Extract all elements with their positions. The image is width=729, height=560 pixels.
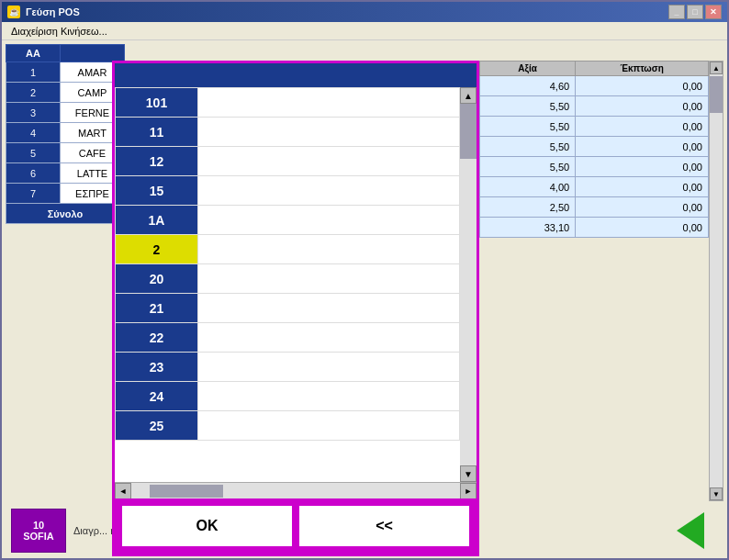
dialog-item-number[interactable]: 15 bbox=[116, 176, 198, 206]
dialog-item-number[interactable]: 21 bbox=[116, 294, 198, 323]
left-row-aa: 4 bbox=[6, 123, 61, 143]
dialog-item-content bbox=[198, 88, 460, 118]
right-row-ekptosi: 0,00 bbox=[576, 157, 709, 177]
dialog-header bbox=[115, 63, 477, 87]
dialog-item-number[interactable]: 20 bbox=[116, 264, 198, 294]
dialog-list-item[interactable]: 11 bbox=[116, 118, 460, 147]
main-window: ☕ Γεύση POS _ □ ✕ Διαχείριση Κινήσεω... … bbox=[0, 0, 729, 560]
right-table-area: Αξία Έκπτωση 4,600,005,500,005,500,005,5… bbox=[479, 61, 709, 238]
left-row-aa: 6 bbox=[6, 163, 61, 184]
col-axia: Αξία bbox=[480, 62, 576, 76]
total-ekptosi: 0,00 bbox=[576, 218, 709, 238]
dialog-item-content bbox=[198, 411, 460, 441]
right-scrollbar[interactable]: ▲ ▼ bbox=[709, 61, 723, 501]
dialog-list-item[interactable]: 20 bbox=[116, 264, 460, 294]
dialog-item-content bbox=[198, 147, 460, 176]
dialog-list-item[interactable]: 21 bbox=[116, 294, 460, 323]
ok-button[interactable]: OK bbox=[120, 504, 294, 548]
dialog-item-number[interactable]: 1A bbox=[116, 206, 198, 235]
dialog-hscroll: ◄ ► bbox=[115, 482, 477, 498]
left-table: ΑΑ 1AMAR2CAMP3FERNE4MART5CAFE6LATTE7ΕΣΠΡ… bbox=[6, 44, 125, 224]
right-row-ekptosi: 0,00 bbox=[576, 137, 709, 157]
dialog-list-area: ▲ ▼ 1011112151A2202122232425 bbox=[115, 87, 477, 482]
menu-bar: Διαχείριση Κινήσεω... bbox=[2, 22, 727, 40]
scroll-down-btn[interactable]: ▼ bbox=[710, 487, 723, 500]
hscroll-track bbox=[131, 483, 460, 498]
dialog-item-number[interactable]: 2 bbox=[116, 235, 198, 264]
dialog-table: 1011112151A2202122232425 bbox=[115, 87, 460, 441]
right-row-axia: 5,50 bbox=[480, 117, 576, 137]
dialog-item-content bbox=[198, 235, 460, 264]
main-area: ΑΑ 1AMAR2CAMP3FERNE4MART5CAFE6LATTE7ΕΣΠΡ… bbox=[2, 40, 727, 558]
hscroll-right-btn[interactable]: ► bbox=[460, 483, 477, 499]
dialog-footer: OK << bbox=[115, 498, 477, 554]
dialog-item-number[interactable]: 22 bbox=[116, 323, 198, 353]
dialog-item-number[interactable]: 24 bbox=[116, 382, 198, 411]
right-table: Αξία Έκπτωση 4,600,005,500,005,500,005,5… bbox=[479, 61, 709, 238]
dialog-item-number[interactable]: 25 bbox=[116, 411, 198, 441]
left-row-aa: 3 bbox=[6, 103, 61, 123]
col-aa: ΑΑ bbox=[6, 45, 61, 62]
dialog-item-content bbox=[198, 118, 460, 147]
user-name: SOFIA bbox=[23, 531, 54, 542]
dialog-item-content bbox=[198, 206, 460, 235]
maximize-button[interactable]: □ bbox=[687, 5, 703, 19]
dialog-list-item[interactable]: 101 bbox=[116, 88, 460, 118]
dialog-item-content bbox=[198, 176, 460, 206]
right-row-ekptosi: 0,00 bbox=[576, 76, 709, 96]
dialog-item-number[interactable]: 23 bbox=[116, 353, 198, 382]
dialog-list-item[interactable]: 2 bbox=[116, 235, 460, 264]
right-row-axia: 5,50 bbox=[480, 137, 576, 157]
menu-item-main[interactable]: Διαχείριση Κινήσεω... bbox=[6, 24, 113, 39]
window-title: Γεύση POS bbox=[26, 6, 80, 17]
col-ekptosi: Έκπτωση bbox=[576, 62, 709, 76]
total-label: Σύνολο bbox=[6, 204, 125, 224]
dialog-list-item[interactable]: 23 bbox=[116, 353, 460, 382]
window-controls: _ □ ✕ bbox=[668, 5, 722, 19]
dialog-vscroll-up[interactable]: ▲ bbox=[460, 87, 477, 104]
dialog-vscroll-track bbox=[460, 104, 477, 465]
dialog-list-item[interactable]: 1A bbox=[116, 206, 460, 235]
hscroll-thumb bbox=[150, 485, 223, 498]
left-table-area: ΑΑ 1AMAR2CAMP3FERNE4MART5CAFE6LATTE7ΕΣΠΡ… bbox=[6, 44, 125, 501]
title-bar: ☕ Γεύση POS _ □ ✕ bbox=[2, 2, 727, 22]
dialog-body: ▲ ▼ 1011112151A2202122232425 ◄ bbox=[115, 87, 477, 498]
dialog-item-content bbox=[198, 294, 460, 323]
left-row-aa: 5 bbox=[6, 143, 61, 163]
dialog-list-item[interactable]: 15 bbox=[116, 176, 460, 206]
right-row-ekptosi: 0,00 bbox=[576, 177, 709, 197]
left-row-aa: 7 bbox=[6, 184, 61, 204]
dialog-item-number[interactable]: 101 bbox=[116, 88, 198, 118]
scroll-up-btn[interactable]: ▲ bbox=[710, 62, 723, 74]
dialog-list-item[interactable]: 12 bbox=[116, 147, 460, 176]
dialog-item-number[interactable]: 12 bbox=[116, 147, 198, 176]
left-row-aa: 2 bbox=[6, 83, 61, 103]
dialog-item-number[interactable]: 11 bbox=[116, 118, 198, 147]
dialog-item-content bbox=[198, 382, 460, 411]
col-name bbox=[61, 45, 125, 62]
dialog-list-item[interactable]: 25 bbox=[116, 411, 460, 441]
right-row-axia: 4,60 bbox=[480, 76, 576, 96]
dialog-item-content bbox=[198, 264, 460, 294]
dialog-item-content bbox=[198, 353, 460, 382]
dialog-vscroll-thumb bbox=[460, 104, 477, 159]
back-arrow-icon bbox=[677, 512, 704, 549]
close-button[interactable]: ✕ bbox=[705, 5, 722, 19]
hscroll-left-btn[interactable]: ◄ bbox=[115, 483, 131, 499]
right-row-axia: 5,50 bbox=[480, 157, 576, 177]
left-row-aa: 1 bbox=[6, 62, 61, 83]
table-selection-dialog: ▲ ▼ 1011112151A2202122232425 ◄ bbox=[112, 61, 479, 556]
right-row-ekptosi: 0,00 bbox=[576, 96, 709, 117]
back-arrow-button[interactable] bbox=[663, 509, 718, 553]
user-number: 10 bbox=[33, 520, 44, 531]
app-icon: ☕ bbox=[7, 6, 20, 18]
dialog-vscroll-down[interactable]: ▼ bbox=[460, 465, 477, 482]
right-row-ekptosi: 0,00 bbox=[576, 117, 709, 137]
user-badge: 10 SOFIA bbox=[11, 509, 66, 553]
minimize-button[interactable]: _ bbox=[668, 5, 685, 19]
dialog-list-item[interactable]: 22 bbox=[116, 323, 460, 353]
back-button[interactable]: << bbox=[297, 504, 471, 548]
scroll-thumb bbox=[710, 76, 723, 113]
dialog-list-item[interactable]: 24 bbox=[116, 382, 460, 411]
right-row-ekptosi: 0,00 bbox=[576, 197, 709, 218]
